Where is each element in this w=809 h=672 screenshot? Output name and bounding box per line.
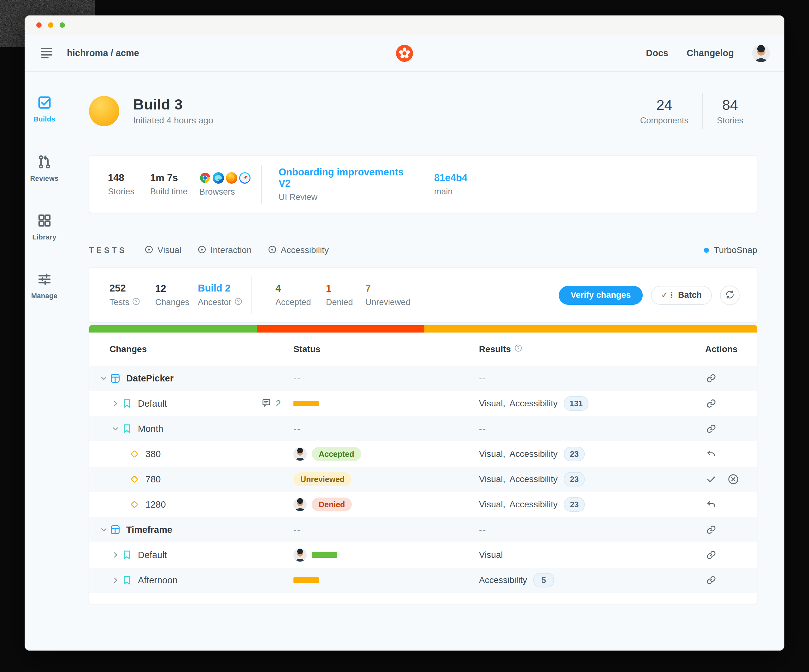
status-empty: -- [294,373,301,384]
results-progress-bar [89,325,757,332]
browsers-block: Browsers [200,172,261,197]
sidebar-item-label: Manage [31,292,58,300]
table-row-datepicker[interactable]: DatePicker---- [89,366,757,391]
sidebar-item-reviews[interactable]: Reviews [25,154,64,183]
eye-icon [144,245,154,256]
help-icon[interactable] [514,344,522,355]
table-row-timeframe[interactable]: Timeframe---- [89,517,757,542]
edge-icon [213,172,224,184]
chevron-right-icon[interactable] [111,575,120,585]
results-count-badge: 23 [564,497,585,512]
sidebar-item-library[interactable]: Library [25,213,64,241]
link-icon[interactable] [706,525,717,535]
component-icon [110,525,121,535]
menu-icon[interactable] [41,48,54,59]
chrome-icon [200,172,211,184]
reviewer-avatar [294,447,307,461]
chevron-down-icon[interactable] [99,525,109,535]
row-name: 1280 [146,499,166,510]
table-row-780[interactable]: 780UnreviewedVisual, Accessibility23 [89,467,757,492]
toggle-visual[interactable]: Visual [144,245,181,256]
link-icon[interactable] [706,550,717,560]
tests-stats-card: 252 Tests 12 Changes Build 2 Ancestor 4 … [89,268,757,323]
comments-indicator[interactable]: 2 [261,398,281,409]
docs-link[interactable]: Docs [646,48,668,59]
progress-segment-accepted [89,325,257,332]
undo-icon[interactable] [706,449,717,459]
build-initiated-text: Initiated 4 hours ago [133,116,213,126]
row-name: DatePicker [126,373,173,384]
build-summary-card: 148 Stories 1m 7s Build time Browsers On… [89,156,757,213]
link-icon[interactable] [706,398,717,409]
verify-changes-button[interactable]: Verify changes [559,286,643,305]
build-time: 1m 7s Build time [150,172,200,196]
bookmark-icon [121,398,132,409]
results-text: Visual, Accessibility [479,499,557,509]
chevron-down-icon[interactable] [99,374,109,383]
turbosnap-indicator[interactable]: TurboSnap [704,245,757,255]
refresh-icon [725,290,735,301]
batch-button[interactable]: ✓⋮ Batch [651,286,712,305]
diamond-icon [129,499,140,510]
deny-icon[interactable] [727,474,738,484]
results-text: Visual [479,550,503,560]
chromatic-logo-icon[interactable] [396,45,413,62]
status-bar [312,552,337,558]
branch-link[interactable]: Onboarding improvements V2 UI Review [279,167,418,202]
link-icon[interactable] [706,373,717,384]
refresh-button[interactable] [720,285,740,305]
toggle-interaction[interactable]: Interaction [197,245,252,256]
bookmark-icon [121,575,132,586]
sidebar-item-manage[interactable]: Manage [25,271,64,300]
toggle-accessibility[interactable]: Accessibility [268,245,329,256]
chevron-right-icon[interactable] [111,399,120,408]
table-row-default[interactable]: DefaultVisual [89,542,757,568]
link-icon[interactable] [706,423,717,434]
changelog-link[interactable]: Changelog [686,48,734,59]
chevron-right-icon[interactable] [111,550,120,560]
help-icon[interactable] [132,297,140,308]
ancestor-build-link[interactable]: Build 2 Ancestor [198,283,252,308]
chevron-down-icon[interactable] [111,424,120,434]
sidebar-item-builds[interactable]: Builds [25,95,64,123]
minimize-window-button[interactable] [48,22,53,28]
table-row-month[interactable]: Month---- [89,416,757,441]
status-empty: -- [294,424,301,434]
divider [252,277,252,314]
progress-segment-denied [257,325,425,332]
accept-check-icon[interactable] [706,474,717,484]
table-row-380[interactable]: 380AcceptedVisual, Accessibility23 [89,441,757,467]
manage-icon [37,271,52,288]
build-status-avatar [89,96,119,126]
diamond-icon [129,449,140,459]
sidebar-item-label: Library [32,233,57,241]
table-row-afternoon[interactable]: AfternoonAccessibility5 [89,568,757,593]
safari-icon [239,172,250,184]
results-empty: -- [479,424,486,434]
help-icon[interactable] [234,297,243,308]
unreviewed-count: 7 Unreviewed [365,283,419,307]
table-header: Changes Status Results Actions [89,332,757,366]
status-bar [294,401,319,406]
comment-count: 2 [276,399,281,409]
commit-link[interactable]: 81e4b4 main [434,172,467,196]
breadcrumb[interactable]: hichroma / acme [67,48,139,59]
progress-segment-unreviewed [425,325,757,332]
user-avatar[interactable] [752,45,770,62]
results-count-badge: 23 [564,447,585,461]
table-row-1280[interactable]: 1280DeniedVisual, Accessibility23 [89,492,757,517]
accepted-count: 4 Accepted [275,283,326,307]
zoom-window-button[interactable] [60,22,65,28]
row-name: Afternoon [138,575,178,586]
status-empty: -- [294,525,301,535]
table-row-default[interactable]: Default2Visual, Accessibility131 [89,391,757,416]
app-header: hichroma / acme Docs Changelog [25,35,784,72]
reviewer-avatar [294,548,307,561]
close-window-button[interactable] [36,22,42,28]
diamond-icon [129,474,140,484]
firefox-icon [226,172,237,184]
eye-icon [268,245,277,256]
link-icon[interactable] [706,575,717,586]
reviewer-avatar [294,498,307,511]
undo-icon[interactable] [706,499,717,510]
